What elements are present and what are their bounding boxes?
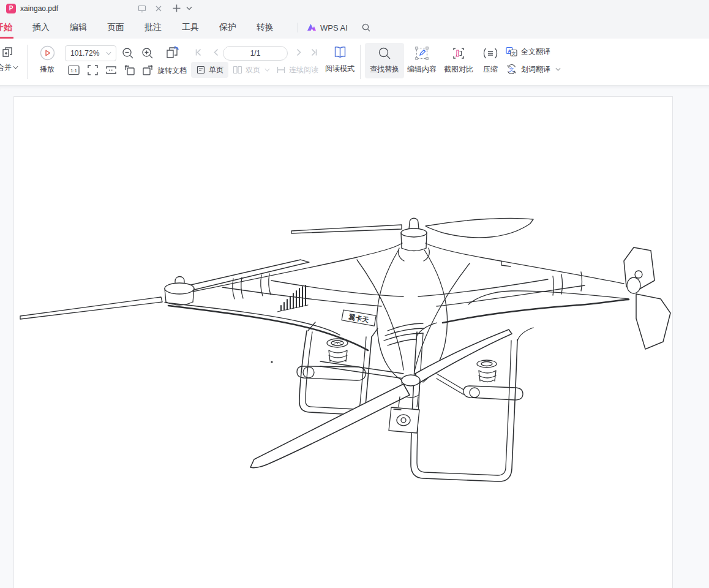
continuous-read-button[interactable]: 连续阅读 xyxy=(271,62,323,78)
play-button[interactable]: 播放 xyxy=(34,45,60,75)
wps-pdf-icon: P xyxy=(6,4,16,13)
double-page-button[interactable]: 双页 xyxy=(228,62,274,78)
wps-pdf-window: P xaingao.pdf xyxy=(0,0,709,588)
rotate-document-icon[interactable] xyxy=(164,45,180,61)
tab-title: xaingao.pdf xyxy=(20,4,58,13)
menu-tools[interactable]: 工具 xyxy=(182,22,199,33)
double-page-chevron-icon xyxy=(265,66,270,71)
drone-line-drawing: 翼卡天 xyxy=(14,97,673,588)
document-tab[interactable]: P xaingao.pdf xyxy=(0,0,64,17)
pdf-page: 翼卡天 xyxy=(13,96,673,588)
new-tab-icon[interactable] xyxy=(172,4,181,13)
compress-icon xyxy=(482,46,498,61)
tab-strip: P xaingao.pdf xyxy=(0,0,709,17)
menu-home[interactable]: 开始 xyxy=(0,22,12,33)
search-icon[interactable] xyxy=(361,23,371,32)
wps-ai-button[interactable]: WPS AI xyxy=(307,23,348,32)
toolbar-divider xyxy=(360,45,361,79)
merge-chevron-icon xyxy=(13,64,18,69)
screenshot-compare-button[interactable]: 截图对比 xyxy=(441,46,476,75)
edit-content-icon xyxy=(415,46,429,61)
zoom-in-icon[interactable] xyxy=(141,47,154,60)
full-translate-button[interactable]: A 文 全文翻译 xyxy=(506,47,550,57)
zoom-chevron-icon xyxy=(107,50,111,55)
tab-list-chevron-icon[interactable] xyxy=(186,6,192,10)
wps-ai-icon xyxy=(307,23,317,32)
next-page-icon[interactable] xyxy=(294,48,303,57)
split-screen-icon[interactable] xyxy=(138,4,146,13)
rotate-left-icon[interactable] xyxy=(123,64,136,77)
toolbar: 合并 播放 101.72% xyxy=(0,39,709,86)
menu-insert[interactable]: 插入 xyxy=(32,22,50,33)
actual-size-button[interactable]: 1:1 xyxy=(67,64,80,77)
double-page-icon xyxy=(233,65,242,75)
full-translate-icon: A 文 xyxy=(506,47,517,57)
zoom-level-select[interactable]: 101.72% xyxy=(65,45,116,61)
svg-text:1:1: 1:1 xyxy=(70,68,78,74)
page-number-input[interactable]: 1/1 xyxy=(223,46,288,61)
find-replace-button[interactable]: 查找替换 xyxy=(365,43,404,78)
fit-width-icon[interactable] xyxy=(105,64,118,77)
continuous-read-icon xyxy=(276,65,286,75)
close-tab-icon[interactable] xyxy=(155,5,162,12)
merge-button[interactable]: 合并 xyxy=(0,45,23,73)
edit-content-button[interactable]: 编辑内容 xyxy=(404,46,440,75)
svg-text:文: 文 xyxy=(511,51,516,56)
rotate-document-label[interactable]: 旋转文档 xyxy=(157,66,187,76)
previous-page-icon[interactable] xyxy=(212,48,221,57)
zoom-out-icon[interactable] xyxy=(121,47,135,60)
header: P xaingao.pdf xyxy=(0,0,709,39)
play-icon xyxy=(40,45,55,61)
menu-convert[interactable]: 转换 xyxy=(257,22,274,33)
menu-divider xyxy=(298,23,298,32)
word-translate-chevron-icon xyxy=(556,66,561,70)
word-translate-button[interactable]: 文 划词翻译 xyxy=(506,64,560,75)
single-page-button[interactable]: 单页 xyxy=(191,62,228,78)
read-mode-icon xyxy=(332,45,348,60)
screenshot-compare-icon xyxy=(451,46,466,61)
fit-page-icon[interactable] xyxy=(86,64,99,77)
menu-annotate[interactable]: 批注 xyxy=(144,22,162,33)
first-page-icon[interactable] xyxy=(194,48,203,57)
svg-text:文: 文 xyxy=(509,67,514,72)
compress-button[interactable]: 压缩 xyxy=(478,46,503,75)
single-page-icon xyxy=(196,65,206,75)
last-page-icon[interactable] xyxy=(309,48,318,57)
merge-icon xyxy=(1,45,14,59)
word-translate-icon: 文 xyxy=(506,64,517,75)
menu-page[interactable]: 页面 xyxy=(107,22,124,33)
read-mode-button[interactable]: 阅读模式 xyxy=(322,45,358,74)
menu-edit[interactable]: 编辑 xyxy=(70,22,87,33)
document-area[interactable]: 翼卡天 xyxy=(0,86,709,588)
menu-protect[interactable]: 保护 xyxy=(219,22,236,33)
find-replace-icon xyxy=(377,46,392,61)
toolbar-divider xyxy=(27,45,28,79)
rotate-right-icon[interactable] xyxy=(141,64,154,77)
menu-bar: 开始 插入 编辑 页面 批注 工具 保护 转换 WPS AI xyxy=(0,17,371,39)
page-dot xyxy=(271,361,272,363)
